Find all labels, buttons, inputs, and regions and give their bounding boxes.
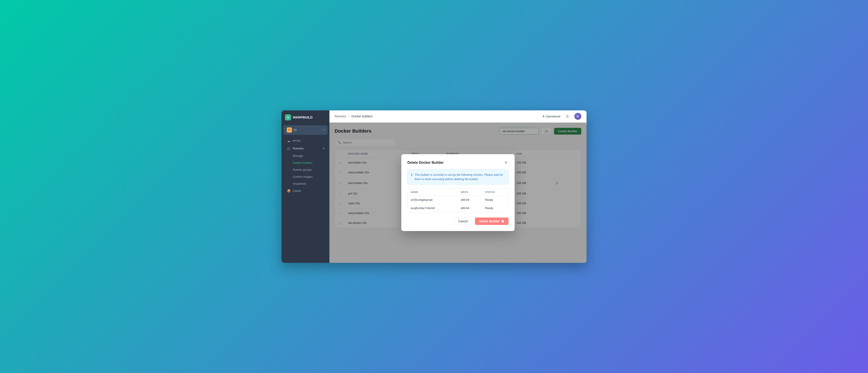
modal-row-arch: x86-64	[458, 196, 482, 204]
modal-row-status: Ready	[482, 196, 508, 204]
runners-icon: ◻	[287, 147, 291, 150]
status-dot	[543, 115, 545, 117]
org-icon: ⚙	[287, 127, 292, 133]
sidebar-sub-label-runner-groups: Runner groups	[293, 168, 312, 171]
modal-info-text: This builder is currently in use by the …	[414, 173, 505, 181]
sidebar-item-label-byoc: BYOC	[293, 139, 301, 142]
sidebar-sub-label-docker-builders: Docker builders	[293, 161, 312, 164]
modal-col-name: NAME	[408, 189, 458, 196]
delete-button-label: Delete Builder	[479, 219, 500, 223]
modal-table-row: wuq5xc8ac7x9xrb4 x86-64 Ready	[408, 204, 508, 212]
org-selector[interactable]: ⚙ CI ▾	[283, 125, 328, 135]
status-badge: Operational	[543, 115, 560, 118]
cache-icon: 📦	[287, 189, 291, 193]
main-content: Runners > Docker builders Operational ☰ …	[330, 110, 587, 263]
sidebar-item-runners[interactable]: ◻ Runners ▾	[283, 145, 328, 152]
sidebar-item-cache[interactable]: 📦 Cache	[283, 187, 328, 195]
sidebar-item-label-cache: Cache	[293, 189, 301, 193]
cancel-button[interactable]: Cancel	[454, 217, 472, 225]
logo-icon: ✦	[285, 114, 291, 121]
modal-close-button[interactable]: ✕	[503, 160, 508, 165]
breadcrumb-separator: >	[348, 114, 350, 118]
modal-row-name: w7jf1nzkgikqzrqd	[408, 196, 458, 204]
sidebar-sub-label-snapshots: Snapshots	[293, 182, 306, 185]
chevron-down-icon: ▾	[323, 129, 324, 131]
org-name: CI	[294, 128, 321, 132]
app-logo: ✦ WARPBUILD	[281, 110, 330, 124]
trash-icon: 🗑	[501, 219, 504, 223]
delete-builder-button[interactable]: Delete Builder 🗑	[475, 217, 508, 225]
sidebar-section-main: ☁ BYOC ◻ Runners ▾ Manage Docker builder…	[281, 136, 330, 196]
sidebar-item-manage[interactable]: Manage	[283, 152, 328, 159]
info-icon: ℹ	[411, 173, 412, 177]
sidebar-item-custom-images[interactable]: Custom images	[283, 173, 328, 180]
delete-modal: Delete Docker Builder ✕ ℹ This builder i…	[401, 154, 515, 231]
modal-table-container: NAME ARCH STATUS w7jf1nzkgikqzrqd x86-64…	[407, 188, 508, 212]
sidebar-sub-label-custom-images: Custom images	[293, 175, 312, 178]
modal-footer: Cancel Delete Builder 🗑	[407, 217, 508, 225]
sidebar-item-byoc[interactable]: ☁ BYOC	[283, 137, 328, 144]
modal-runners-table: NAME ARCH STATUS w7jf1nzkgikqzrqd x86-64…	[408, 189, 508, 212]
app-name: WARPBUILD	[293, 115, 313, 119]
sidebar-sub-label-manage: Manage	[293, 154, 303, 158]
sidebar: ✦ WARPBUILD ⚙ CI ▾ ☁ BYOC ◻ Runners ▾ Ma…	[281, 110, 330, 263]
modal-header: Delete Docker Builder ✕	[407, 160, 508, 165]
modal-info-box: ℹ This builder is currently in use by th…	[407, 169, 508, 184]
chevron-down-icon-runners: ▾	[323, 147, 324, 149]
breadcrumb-current: Docker builders	[351, 114, 373, 118]
modal-col-status: STATUS	[482, 189, 508, 196]
sidebar-item-label-runners: Runners	[293, 147, 304, 150]
topbar-right: Operational ☰ W	[543, 113, 581, 120]
modal-col-arch: ARCH	[458, 189, 482, 196]
sidebar-item-snapshots[interactable]: Snapshots	[283, 180, 328, 187]
avatar[interactable]: W	[574, 113, 581, 120]
page-content: Docker Builders (5) Create Builder 🔍	[330, 123, 587, 263]
modal-row-status: Ready	[482, 204, 508, 212]
modal-overlay: Delete Docker Builder ✕ ℹ This builder i…	[330, 123, 587, 263]
status-text: Operational	[546, 115, 560, 118]
sidebar-item-docker-builders[interactable]: Docker builders	[283, 159, 328, 166]
modal-table-header-row: NAME ARCH STATUS	[408, 189, 508, 196]
sidebar-item-runner-groups[interactable]: Runner groups	[283, 166, 328, 173]
modal-table-row: w7jf1nzkgikqzrqd x86-64 Ready	[408, 196, 508, 204]
breadcrumb: Runners > Docker builders	[335, 114, 373, 118]
notes-icon[interactable]: ☰	[564, 113, 571, 120]
topbar: Runners > Docker builders Operational ☰ …	[330, 110, 587, 123]
modal-row-name: wuq5xc8ac7x9xrb4	[408, 204, 458, 212]
cloud-icon: ☁	[287, 139, 291, 143]
modal-title: Delete Docker Builder	[407, 161, 443, 165]
modal-row-arch: x86-64	[458, 204, 482, 212]
breadcrumb-parent: Runners	[335, 114, 346, 118]
